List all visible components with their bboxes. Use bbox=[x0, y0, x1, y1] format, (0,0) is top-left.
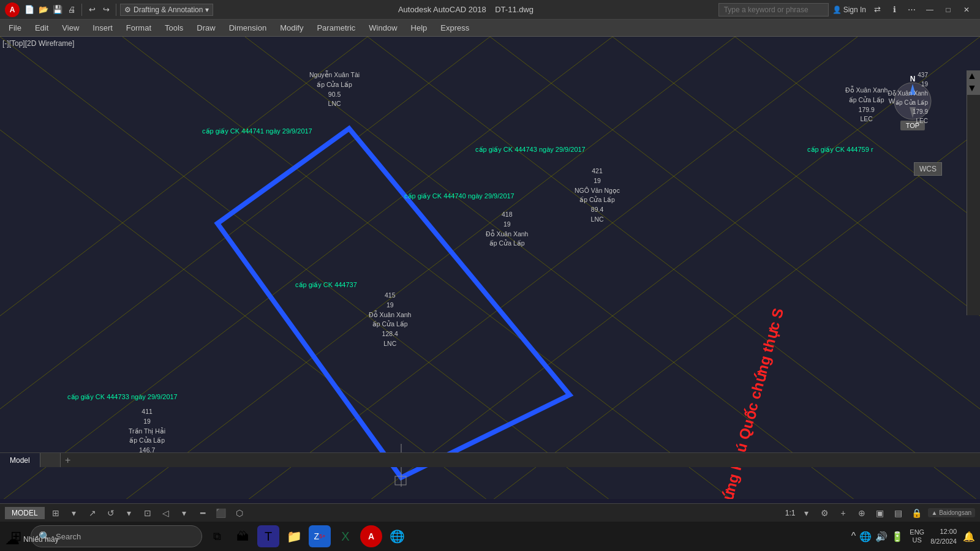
selection-cycling[interactable]: ⬡ bbox=[232, 506, 247, 520]
svg-line-12 bbox=[0, 37, 612, 499]
battery-icon[interactable]: 🔋 bbox=[891, 531, 903, 542]
teams-icon[interactable]: T bbox=[257, 525, 279, 547]
quick-access-toolbar: 📄 📂 💾 🖨 ↩ ↪ ⚙ Drafting & Annotation ▾ bbox=[23, 4, 213, 16]
menu-dimension[interactable]: Dimension bbox=[223, 21, 273, 35]
baidongsan-logo: ▲ Baidongsan bbox=[928, 508, 976, 517]
exchange-icon[interactable]: ⇄ bbox=[871, 4, 883, 16]
menu-window[interactable]: Window bbox=[363, 21, 403, 35]
svg-line-11 bbox=[123, 37, 735, 499]
taskbar: ⊞ 🔍 Search ⧉ 🏔 T 📁 Z5+ X A 🌐 ^ 🌐 🔊 🔋 ENG… bbox=[0, 522, 980, 551]
model-button[interactable]: MODEL bbox=[5, 507, 45, 519]
date: 8/2/2024 bbox=[930, 536, 957, 547]
scroll-up[interactable]: ▲ bbox=[967, 70, 980, 83]
explorer-icon[interactable]: 🏔 bbox=[232, 525, 254, 547]
autocad-status-bar: MODEL ⊞ ▾ ↗ ↺ ▾ ⊡ ◁ ▾ ━ ⬛ ⬡ 1:1 ▾ ⚙ + ⊕ … bbox=[0, 503, 980, 522]
lineweight-button[interactable]: ━ bbox=[195, 506, 210, 520]
workspace-selector[interactable]: ⚙ Drafting & Annotation ▾ bbox=[120, 4, 213, 16]
task-view-button[interactable]: ⧉ bbox=[206, 525, 228, 547]
scale-label: 1:1 bbox=[785, 509, 796, 517]
add-zoom-button[interactable]: + bbox=[836, 506, 851, 520]
close-button[interactable]: ✕ bbox=[958, 3, 975, 17]
viewport-tools[interactable]: ⊕ bbox=[854, 506, 869, 520]
separator bbox=[81, 4, 82, 16]
menu-format[interactable]: Format bbox=[120, 21, 157, 35]
system-tray: ^ 🌐 🔊 🔋 bbox=[851, 531, 904, 542]
model-tab[interactable]: Model bbox=[0, 453, 40, 467]
search-label: Search bbox=[56, 532, 81, 541]
otrack-button[interactable]: ◁ bbox=[159, 506, 173, 520]
menu-file[interactable]: File bbox=[2, 21, 28, 35]
undo-button[interactable]: ↩ bbox=[86, 4, 98, 16]
polar-tracking[interactable]: ↺ bbox=[104, 506, 118, 520]
svg-line-13 bbox=[0, 37, 490, 499]
sign-in-button[interactable]: 👤 Sign In bbox=[832, 6, 866, 14]
annotation-6: cấp giấy CK 444733 ngày 29/9/2017 bbox=[67, 393, 178, 401]
canvas-area[interactable]: [-][Top][2D Wireframe] cấp giấy CK 4 bbox=[0, 37, 980, 499]
annotation-2: cấp giấy CK 444743 ngày 29/9/2017 bbox=[475, 146, 586, 154]
data-block-3: 41819Đỗ Xuân Xanhấp Cửa Lấp bbox=[486, 210, 528, 249]
object-snap[interactable]: ⊡ bbox=[140, 506, 155, 520]
print-button[interactable]: 🖨 bbox=[66, 4, 78, 16]
menu-help[interactable]: Help bbox=[405, 21, 434, 35]
network-icon[interactable]: 🌐 bbox=[859, 531, 872, 542]
data-block-2: 42119NGÔ Văn Ngọcấp Cửa Lấp89.4LNC bbox=[575, 167, 620, 225]
open-button[interactable]: 📂 bbox=[37, 4, 50, 16]
info-icon[interactable]: ℹ bbox=[888, 4, 900, 16]
scroll-down[interactable]: ▼ bbox=[967, 83, 980, 95]
data-block-4: 41519Đỗ Xuân Xanhấp Cửa Lấp128.4LNC bbox=[369, 291, 411, 349]
chrome-icon[interactable]: 🌐 bbox=[386, 525, 408, 547]
grid-display-button[interactable]: ⊞ bbox=[48, 506, 63, 520]
autocad-logo: A bbox=[5, 2, 20, 17]
notification-button[interactable]: 🔔 bbox=[963, 531, 975, 542]
layout-tab-1[interactable] bbox=[40, 453, 61, 467]
menu-tools[interactable]: Tools bbox=[159, 21, 189, 35]
transparency-button[interactable]: ⬛ bbox=[214, 506, 228, 520]
workspace-switch[interactable]: ▤ bbox=[891, 506, 906, 520]
right-scroll-panel[interactable]: ▲ ▼ bbox=[967, 70, 980, 315]
maximize-button[interactable]: □ bbox=[940, 3, 957, 17]
minimize-button[interactable]: — bbox=[921, 3, 938, 17]
weather-label: Nhiều mây bbox=[23, 535, 59, 544]
new-button[interactable]: 📄 bbox=[23, 4, 36, 16]
viewport-button2[interactable]: ▣ bbox=[873, 506, 888, 520]
grid-dropdown[interactable]: ▾ bbox=[67, 506, 81, 520]
language-indicator[interactable]: ENGUS bbox=[910, 528, 924, 544]
time: 12:00 bbox=[930, 527, 957, 537]
menu-edit[interactable]: Edit bbox=[29, 21, 55, 35]
polar-dropdown[interactable]: ▾ bbox=[122, 506, 137, 520]
canvas-tabs: Model + bbox=[0, 452, 980, 467]
add-layout-button[interactable]: + bbox=[61, 453, 75, 467]
scale-dropdown[interactable]: ▾ bbox=[799, 506, 814, 520]
svg-line-1 bbox=[0, 37, 612, 499]
annotation-4: cấp giấy CK 444740 ngày 29/9/2017 bbox=[404, 192, 514, 200]
filename: DT-11.dwg bbox=[495, 5, 533, 14]
menu-parametric[interactable]: Parametric bbox=[311, 21, 361, 35]
excel-icon[interactable]: X bbox=[334, 525, 356, 547]
zoom-icon[interactable]: Z5+ bbox=[309, 525, 331, 547]
menu-modify[interactable]: Modify bbox=[274, 21, 309, 35]
menu-draw[interactable]: Draw bbox=[190, 21, 221, 35]
expand-icon[interactable]: ⋯ bbox=[905, 4, 918, 16]
annotation-3: cấp giấy CK 444759 r bbox=[807, 146, 873, 154]
clock[interactable]: 12:00 8/2/2024 bbox=[930, 527, 957, 547]
menu-insert[interactable]: Insert bbox=[86, 21, 119, 35]
file-manager-icon[interactable]: 📁 bbox=[283, 525, 305, 547]
otrack-dropdown[interactable]: ▾ bbox=[177, 506, 192, 520]
wcs-button[interactable]: WCS bbox=[914, 162, 942, 176]
search-input[interactable] bbox=[718, 3, 829, 17]
volume-icon[interactable]: 🔊 bbox=[875, 531, 888, 542]
save-button[interactable]: 💾 bbox=[51, 4, 64, 16]
notification-chevron[interactable]: ^ bbox=[851, 531, 856, 542]
status-right: 1:1 ▾ ⚙ + ⊕ ▣ ▤ 🔒 ▲ Baidongsan bbox=[785, 506, 975, 520]
autocad-icon[interactable]: A bbox=[360, 525, 382, 547]
weather-widget: ☁ Nhiều mây bbox=[5, 531, 59, 548]
lock-button[interactable]: 🔒 bbox=[910, 506, 924, 520]
app-name: Autodesk AutoCAD 2018 bbox=[398, 5, 486, 14]
snap-button[interactable]: ↗ bbox=[85, 506, 100, 520]
menu-view[interactable]: View bbox=[56, 21, 85, 35]
redo-button[interactable]: ↪ bbox=[100, 4, 112, 16]
window-controls: — □ ✕ bbox=[921, 3, 975, 17]
menu-express[interactable]: Express bbox=[434, 21, 475, 35]
settings-button[interactable]: ⚙ bbox=[818, 506, 832, 520]
menu-bar: File Edit View Insert Format Tools Draw … bbox=[0, 20, 980, 37]
